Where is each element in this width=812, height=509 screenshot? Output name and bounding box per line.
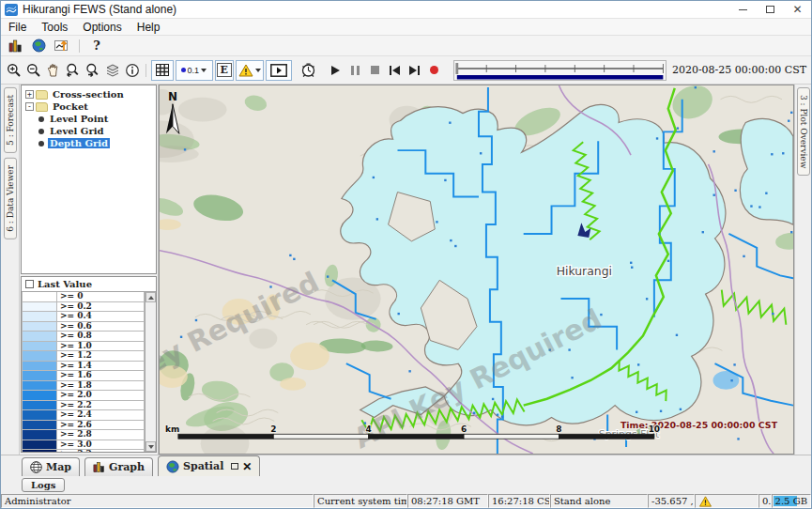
chart-arrow-icon bbox=[54, 39, 69, 53]
time-slider[interactable] bbox=[453, 60, 666, 81]
arrow-down-icon bbox=[148, 445, 154, 449]
arrow-up-icon bbox=[148, 296, 154, 300]
scroll-down-button[interactable] bbox=[146, 441, 156, 452]
status-warning-icon[interactable] bbox=[698, 496, 712, 507]
skip-start-button[interactable] bbox=[385, 60, 405, 81]
legend-value: >= 2.0 bbox=[57, 391, 145, 401]
time-slider-track bbox=[454, 61, 666, 80]
point-size-dropdown[interactable]: 0.1 bbox=[176, 60, 213, 81]
tree-item-label[interactable]: Depth Grid bbox=[48, 138, 110, 148]
side-tab[interactable]: 6 : Data Viewer bbox=[4, 158, 17, 239]
record-button[interactable] bbox=[424, 60, 444, 81]
legend-row[interactable]: >= 2.4 bbox=[22, 410, 145, 421]
right-tab-strip: 3 : Plot Overview bbox=[794, 85, 811, 455]
tree-item-label[interactable]: Cross-section bbox=[51, 89, 126, 100]
tree-item[interactable]: Level Point bbox=[22, 113, 156, 125]
legend-swatch bbox=[22, 440, 57, 451]
tree-item-label[interactable]: Level Grid bbox=[48, 126, 105, 136]
legend-swatch bbox=[22, 410, 57, 421]
play-button[interactable] bbox=[326, 60, 345, 81]
pause-button[interactable] bbox=[345, 60, 365, 81]
legend-swatch bbox=[22, 322, 57, 332]
grid-display-button[interactable] bbox=[151, 60, 174, 81]
tab-map[interactable]: Map bbox=[22, 457, 80, 476]
status-text: 2.5 GB bbox=[775, 496, 807, 506]
legend-swatch bbox=[22, 430, 57, 440]
skip-end-button[interactable] bbox=[405, 60, 424, 81]
menu-item[interactable]: File bbox=[1, 21, 34, 34]
stopwatch-icon bbox=[300, 62, 316, 78]
maximize-button[interactable] bbox=[757, 1, 784, 18]
archive-button[interactable] bbox=[5, 37, 25, 55]
tab-graph[interactable]: Graph bbox=[84, 457, 153, 476]
town-label: Hikurangi bbox=[557, 265, 612, 278]
app-window: Hikurangi FEWS (Stand alone) ✕ FileTools… bbox=[0, 0, 812, 509]
close-button[interactable]: ✕ bbox=[784, 1, 811, 18]
tree-item[interactable]: Level Grid bbox=[22, 125, 156, 137]
zoom-next-button[interactable] bbox=[83, 60, 102, 81]
globe-blue-icon bbox=[166, 460, 179, 473]
stop-button[interactable] bbox=[365, 60, 385, 81]
status-text: 0.0 MB/s bbox=[762, 496, 772, 506]
layers-button[interactable] bbox=[102, 60, 122, 81]
expand-toggle-icon[interactable]: - bbox=[25, 102, 34, 111]
side-tab[interactable]: 5 : Forecast bbox=[4, 87, 17, 153]
svg-text:6: 6 bbox=[461, 424, 467, 434]
maximize-icon bbox=[766, 6, 774, 13]
animation-window-button[interactable] bbox=[266, 60, 292, 81]
legend-row[interactable]: >= 2.0 bbox=[22, 391, 145, 401]
legend-row[interactable]: >= 3.2 bbox=[22, 450, 145, 452]
time-slider-handle[interactable] bbox=[455, 63, 458, 74]
legend-row[interactable]: >= 0 bbox=[22, 292, 145, 302]
map-view[interactable]: API Key RequiredAPI Key Required N Hikur… bbox=[159, 85, 794, 455]
legend-panel: Last Value >= 0 >= 0.2 bbox=[21, 276, 157, 453]
map-canvas[interactable]: API Key RequiredAPI Key Required N Hikur… bbox=[160, 85, 793, 454]
tree-item[interactable]: Depth Grid bbox=[22, 137, 156, 149]
tab-spatial[interactable]: Spatial ✕ bbox=[158, 455, 260, 476]
layers-icon bbox=[105, 63, 120, 78]
tab-close-icon[interactable]: ✕ bbox=[242, 462, 252, 471]
legend-value: >= 2.4 bbox=[57, 410, 145, 421]
pan-button[interactable] bbox=[43, 60, 63, 81]
status-segment: 16:27:18 CST bbox=[488, 494, 550, 508]
zoom-previous-button[interactable] bbox=[63, 60, 83, 81]
map-display-button[interactable] bbox=[28, 37, 49, 55]
labels-toggle-button[interactable]: E bbox=[215, 60, 234, 81]
menu-item[interactable]: Options bbox=[75, 21, 129, 34]
tree-item[interactable]: + Cross-section bbox=[22, 88, 156, 100]
zoom-in-button[interactable] bbox=[4, 60, 23, 81]
tree-item-label[interactable]: Pocket bbox=[51, 101, 90, 112]
help-button[interactable]: ? bbox=[86, 37, 107, 55]
legend-row[interactable]: >= 1.2 bbox=[22, 351, 145, 362]
legend-row[interactable]: >= 2.8 bbox=[22, 430, 145, 440]
side-tab[interactable]: 3 : Plot Overview bbox=[797, 87, 810, 176]
logs-button[interactable]: Logs bbox=[22, 478, 65, 492]
scroll-up-button[interactable] bbox=[146, 292, 156, 302]
movie-play-icon bbox=[270, 64, 287, 77]
expand-toggle-icon[interactable]: + bbox=[25, 90, 34, 99]
menu-item[interactable]: Help bbox=[130, 21, 168, 34]
menu-bar: FileToolsOptionsHelp bbox=[1, 19, 811, 36]
profile-chart-button[interactable] bbox=[52, 37, 72, 55]
hand-icon bbox=[46, 63, 61, 78]
minimize-button[interactable] bbox=[729, 1, 757, 18]
legend-scrollbar[interactable] bbox=[145, 292, 156, 452]
record-icon bbox=[430, 66, 438, 74]
warning-icon bbox=[238, 64, 253, 77]
tree-item-label[interactable]: Level Point bbox=[48, 114, 110, 124]
tab-maximize-icon[interactable] bbox=[231, 463, 238, 470]
legend-row[interactable]: >= 0.8 bbox=[22, 332, 145, 342]
last-value-checkbox[interactable] bbox=[25, 280, 34, 288]
warnings-dropdown[interactable] bbox=[236, 60, 264, 81]
legend-row[interactable]: >= 1.6 bbox=[22, 371, 145, 381]
zoom-next-icon bbox=[84, 63, 100, 78]
legend-value: >= 0 bbox=[57, 292, 145, 302]
info-button[interactable] bbox=[122, 60, 142, 81]
point-size-value: 0.1 bbox=[187, 66, 199, 75]
tree-item[interactable]: - Pocket bbox=[22, 100, 156, 113]
timer-button[interactable] bbox=[299, 60, 318, 81]
zoom-out-button[interactable] bbox=[23, 60, 43, 81]
menu-item[interactable]: Tools bbox=[34, 21, 75, 34]
app-logo-icon bbox=[5, 4, 18, 16]
legend-row[interactable]: >= 0.4 bbox=[22, 312, 145, 322]
